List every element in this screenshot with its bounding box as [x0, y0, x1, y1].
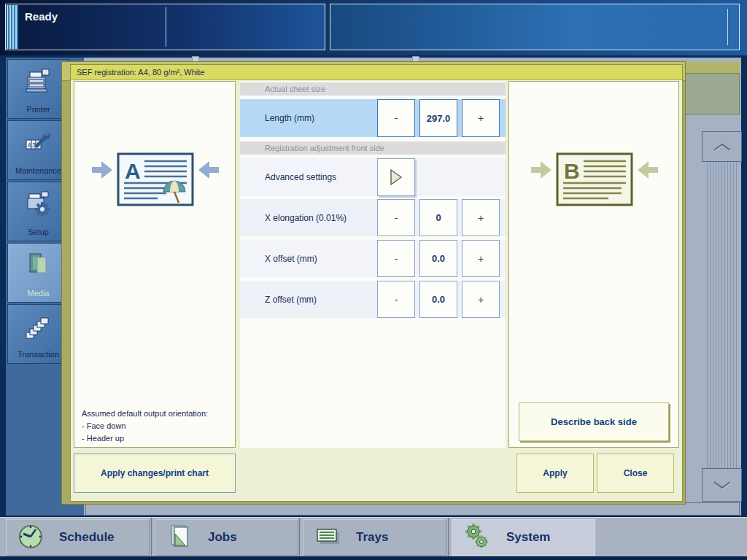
advanced-settings-label: Advanced settings [265, 158, 336, 196]
x-elongation-label: X elongation (0.01%) [265, 199, 347, 236]
sidebar-item-label: Media [8, 289, 69, 298]
svg-text:B: B [564, 159, 580, 183]
media-icon [8, 251, 69, 280]
z-offset-label: Z offset (mm) [265, 281, 317, 318]
close-button[interactable]: Close [597, 454, 674, 493]
tab-label: Trays [356, 530, 388, 545]
tray-icon [314, 526, 341, 550]
settings-column: Actual sheet size Length (mm) - 297.0 + … [240, 81, 506, 448]
sidebar-item-label: Setup [8, 228, 69, 236]
length-increase-button[interactable]: + [462, 99, 500, 137]
z-offset-increase-button[interactable]: + [462, 281, 500, 318]
status-stripes-decoration [7, 5, 18, 49]
back-side-preview-panel: B Describe back side [508, 81, 679, 448]
status-panel-right [330, 4, 740, 50]
nav-divider [448, 518, 449, 556]
x-offset-label: X offset (mm) [265, 240, 317, 277]
dialog-title: SEF registration: A4, 80 g/m², White [71, 65, 682, 80]
front-side-preview-panel: A Assumed [74, 81, 236, 448]
nav-divider [299, 518, 300, 556]
printer-status-text: Ready [25, 10, 58, 23]
sidebar-item-label: Maintenance [8, 166, 69, 175]
printer-icon [8, 67, 69, 96]
apply-button[interactable]: Apply [516, 454, 594, 493]
x-offset-decrease-button[interactable]: - [377, 240, 415, 277]
sidebar-item-maintenance[interactable]: 4 3 7 Maintenance [7, 120, 69, 180]
tab-label: Schedule [59, 530, 115, 545]
advanced-settings-button[interactable] [377, 158, 415, 196]
svg-text:4: 4 [27, 141, 31, 149]
tab-system[interactable]: System [452, 519, 595, 556]
length-row: Length (mm) - 297.0 + [240, 99, 506, 137]
orientation-note-line: Assumed default output orientation: [82, 408, 208, 420]
length-value[interactable]: 297.0 [419, 99, 457, 137]
front-sheet-preview-icon: A [90, 151, 220, 215]
scroll-down-button[interactable] [702, 468, 742, 502]
orientation-note-line: - Header up [82, 432, 208, 445]
setup-icon [8, 190, 69, 219]
scroll-up-button[interactable] [702, 131, 742, 162]
describe-back-side-button[interactable]: Describe back side [519, 402, 669, 441]
sidebar-item-printer[interactable]: Printer [7, 59, 69, 119]
sidebar-item-setup[interactable]: Setup [7, 182, 69, 241]
x-offset-value[interactable]: 0.0 [419, 240, 457, 277]
back-sheet-preview-icon: B [530, 151, 659, 215]
svg-text:A: A [125, 159, 141, 183]
status-bar: Ready [0, 0, 747, 55]
bottom-navigation-bar: Schedule Jobs [0, 516, 747, 560]
advanced-settings-row: Advanced settings [240, 158, 506, 196]
clock-icon [17, 523, 44, 553]
tab-label: System [506, 530, 550, 545]
length-decrease-button[interactable]: - [377, 99, 415, 137]
tab-schedule[interactable]: Schedule [6, 519, 150, 556]
actual-sheet-size-header: Actual sheet size [240, 82, 506, 96]
maintenance-icon: 4 3 7 [8, 128, 69, 158]
status-divider [727, 9, 728, 45]
z-offset-value[interactable]: 0.0 [419, 281, 457, 318]
nav-divider [151, 518, 152, 556]
x-elongation-decrease-button[interactable]: - [377, 199, 415, 236]
orientation-note-line: - Face down [82, 420, 208, 432]
orientation-note: Assumed default output orientation: - Fa… [82, 408, 208, 445]
status-divider [166, 7, 166, 47]
x-offset-row: X offset (mm) - 0.0 + [240, 240, 506, 277]
length-label: Length (mm) [265, 99, 314, 137]
sidebar-item-media[interactable]: Media [7, 243, 69, 303]
printer-control-screen: Ready [0, 0, 747, 560]
sidebar-item-label: Printer [8, 105, 69, 114]
x-offset-increase-button[interactable]: + [462, 240, 500, 277]
z-offset-row: Z offset (mm) - 0.0 + [240, 281, 506, 318]
sidebar-item-label: Transaction [8, 350, 69, 359]
apply-changes-print-chart-button[interactable]: Apply changes/print chart [74, 454, 236, 493]
scrollbar-track[interactable] [705, 162, 739, 468]
sef-registration-dialog: SEF registration: A4, 80 g/m², White A [70, 64, 683, 502]
registration-adjustment-header: Registration adjustment front side [240, 141, 506, 155]
z-offset-decrease-button[interactable]: - [377, 281, 415, 318]
chevron-down-icon [706, 478, 738, 492]
background-panel [683, 73, 740, 114]
gears-icon [462, 522, 492, 553]
svg-text:3: 3 [32, 141, 36, 149]
status-panel-left: Ready [5, 4, 325, 50]
tab-label: Jobs [208, 530, 237, 545]
tab-jobs[interactable]: Jobs [155, 519, 298, 556]
document-icon [166, 523, 193, 553]
x-elongation-value[interactable]: 0 [419, 199, 457, 236]
chevron-up-icon [706, 139, 738, 154]
x-elongation-increase-button[interactable]: + [462, 199, 500, 236]
x-elongation-row: X elongation (0.01%) - 0 + [240, 199, 506, 236]
tab-trays[interactable]: Trays [303, 519, 446, 556]
sidebar-item-transaction[interactable]: Transaction [7, 304, 69, 364]
transaction-icon [8, 312, 69, 341]
expand-arrow-icon [387, 168, 405, 186]
